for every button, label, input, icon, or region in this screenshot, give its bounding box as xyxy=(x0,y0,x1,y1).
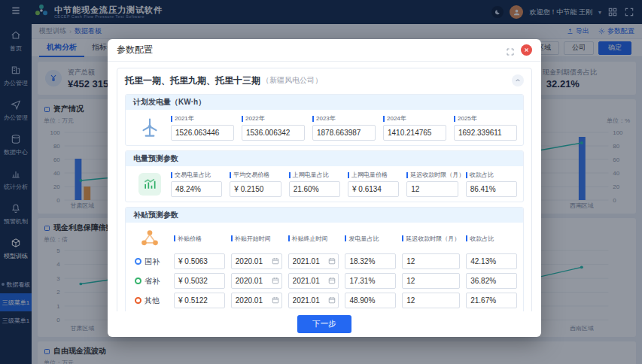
plan-input-2024[interactable] xyxy=(383,125,446,141)
field-label: 上网电量价格 xyxy=(351,171,388,179)
field-label: 2022年 xyxy=(245,114,265,123)
power-field-avg-price: 平均交易价格 xyxy=(230,171,281,197)
next-step-button[interactable]: 下一步 xyxy=(297,315,351,333)
planned-generation-block: 计划发电量（KW·h） 2021年 2022年 xyxy=(125,94,524,146)
close-button[interactable] xyxy=(521,44,532,56)
column-label: 补贴终止时间 xyxy=(292,235,328,243)
provincial-gen-pct-input[interactable] xyxy=(345,273,396,289)
other-price-input[interactable] xyxy=(174,293,225,308)
national-delay-input[interactable] xyxy=(402,253,460,269)
subsidy-grid: 补贴价格 补贴开始时间 补贴终止时间 发电量占比 延迟收款时限（月） 收款占比 … xyxy=(132,227,517,308)
power-forecast-body: 交易电量占比 平均交易价格 上网电量占比 xyxy=(126,166,523,202)
field-label: 2025年 xyxy=(458,114,477,123)
section1-title: 托里一期、托里九期、托里十三期 xyxy=(125,74,260,87)
label-bar-icon xyxy=(466,235,467,241)
label-bar-icon xyxy=(174,235,175,241)
field-label: 2021年 xyxy=(175,114,194,123)
power-input-avg-price[interactable] xyxy=(230,181,281,197)
param-config-modal: 参数配置 托里一期、托里九期、托里十三期 （新疆风电公司） xyxy=(108,39,541,337)
plan-input-2021[interactable] xyxy=(171,125,234,141)
subsidy-forecast-body: 补贴价格 补贴开始时间 补贴终止时间 发电量占比 延迟收款时限（月） 收款占比 … xyxy=(126,223,523,311)
green-chart-icon xyxy=(138,173,161,196)
power-fields: 交易电量占比 平均交易价格 上网电量占比 xyxy=(171,171,517,197)
plan-input-2025[interactable] xyxy=(454,125,517,141)
plan-field-2025: 2025年 xyxy=(454,114,517,141)
national-collect-pct-input[interactable] xyxy=(466,253,517,269)
label-bar-icon xyxy=(345,235,346,241)
column-label: 补贴开始时间 xyxy=(235,235,271,243)
subsidy-row-other: 其他 xyxy=(132,296,168,306)
power-field-delay: 延迟收款时限（月） xyxy=(406,171,458,197)
column-label: 发电量占比 xyxy=(348,235,379,243)
modal-header: 参数配置 xyxy=(108,39,541,62)
subsidy-network-icon xyxy=(132,227,168,250)
power-input-grid-price[interactable] xyxy=(348,181,399,197)
plan-input-2023[interactable] xyxy=(312,125,376,141)
provincial-delay-input[interactable] xyxy=(402,273,460,289)
collapse-button[interactable] xyxy=(512,74,524,86)
plan-field-2024: 2024年 xyxy=(383,114,446,141)
other-end-date-input[interactable] xyxy=(288,293,339,308)
provincial-price-input[interactable] xyxy=(174,273,225,289)
field-label: 2024年 xyxy=(387,114,406,123)
national-end-date-input[interactable] xyxy=(288,253,339,269)
national-gen-pct-input[interactable] xyxy=(345,253,396,269)
label-bar-icon xyxy=(242,116,243,122)
plan-fields: 2021年 2022年 2023年 xyxy=(171,114,517,141)
provincial-subsidy-icon xyxy=(135,278,141,284)
label-bar-icon xyxy=(230,172,231,178)
row-name: 国补 xyxy=(145,256,160,267)
provincial-collect-pct-input[interactable] xyxy=(466,273,517,289)
power-input-collect-pct[interactable] xyxy=(466,181,517,197)
power-field-grid-pct: 上网电量占比 xyxy=(289,171,340,197)
other-delay-input[interactable] xyxy=(402,293,460,308)
close-icon xyxy=(524,47,529,53)
plan-field-2023: 2023年 xyxy=(312,114,376,141)
modal-title: 参数配置 xyxy=(117,44,153,56)
power-field-trade-pct: 交易电量占比 xyxy=(171,171,222,197)
section-tuoli-1: 托里一期、托里九期、托里十三期 （新疆风电公司） 计划发电量（KW·h） xyxy=(117,68,532,311)
column-label: 补贴价格 xyxy=(178,235,202,243)
power-input-grid-pct[interactable] xyxy=(289,181,340,197)
field-label: 2023年 xyxy=(316,114,336,123)
row-name: 省补 xyxy=(145,276,160,287)
plan-input-2022[interactable] xyxy=(242,125,305,141)
chevron-up-icon xyxy=(515,77,521,83)
screen: 中节能现金流压力测试软件 CECEP Cash Flow Pressure Te… xyxy=(0,0,642,364)
modal-header-actions xyxy=(506,44,532,56)
label-bar-icon xyxy=(402,235,403,241)
power-forecast-block: 电量预测参数 交易电量占比 xyxy=(125,150,524,202)
modal-footer: 下一步 xyxy=(108,311,541,337)
other-start-date-input[interactable] xyxy=(231,293,282,308)
field-label: 上网电量占比 xyxy=(293,171,329,179)
label-bar-icon xyxy=(171,172,172,178)
other-gen-pct-input[interactable] xyxy=(345,293,396,308)
wind-turbine-icon xyxy=(132,114,168,141)
label-bar-icon xyxy=(312,116,314,122)
label-bar-icon xyxy=(466,172,467,178)
field-label: 延迟收款时限（月） xyxy=(410,171,464,179)
provincial-end-date-input[interactable] xyxy=(288,273,339,289)
label-bar-icon xyxy=(348,172,349,178)
other-collect-pct-input[interactable] xyxy=(466,293,517,308)
label-bar-icon xyxy=(171,116,172,122)
subsidy-row-provincial: 省补 xyxy=(132,276,168,287)
modal-body: 托里一期、托里九期、托里十三期 （新疆风电公司） 计划发电量（KW·h） xyxy=(108,62,541,311)
column-label: 延迟收款时限（月） xyxy=(406,235,460,243)
label-bar-icon xyxy=(406,172,408,178)
column-label: 收款占比 xyxy=(470,235,494,243)
subsidy-forecast-block: 补贴预测参数 补贴价格 补贴开始时间 补贴终止时间 发电量占比 延迟收款时限（月… xyxy=(125,207,524,311)
national-price-input[interactable] xyxy=(174,253,225,269)
power-input-delay[interactable] xyxy=(406,181,458,197)
provincial-start-date-input[interactable] xyxy=(231,273,282,289)
row-name: 其他 xyxy=(145,296,160,306)
label-bar-icon xyxy=(383,116,385,122)
plan-field-2021: 2021年 xyxy=(171,114,234,141)
national-start-date-input[interactable] xyxy=(231,253,282,269)
field-label: 交易电量占比 xyxy=(175,171,211,179)
plan-field-2022: 2022年 xyxy=(242,114,305,141)
section1-header[interactable]: 托里一期、托里九期、托里十三期 （新疆风电公司） xyxy=(125,71,524,89)
expand-icon[interactable] xyxy=(506,46,515,55)
power-input-trade-pct[interactable] xyxy=(171,181,222,197)
power-field-collect-pct: 收款占比 xyxy=(466,171,517,197)
